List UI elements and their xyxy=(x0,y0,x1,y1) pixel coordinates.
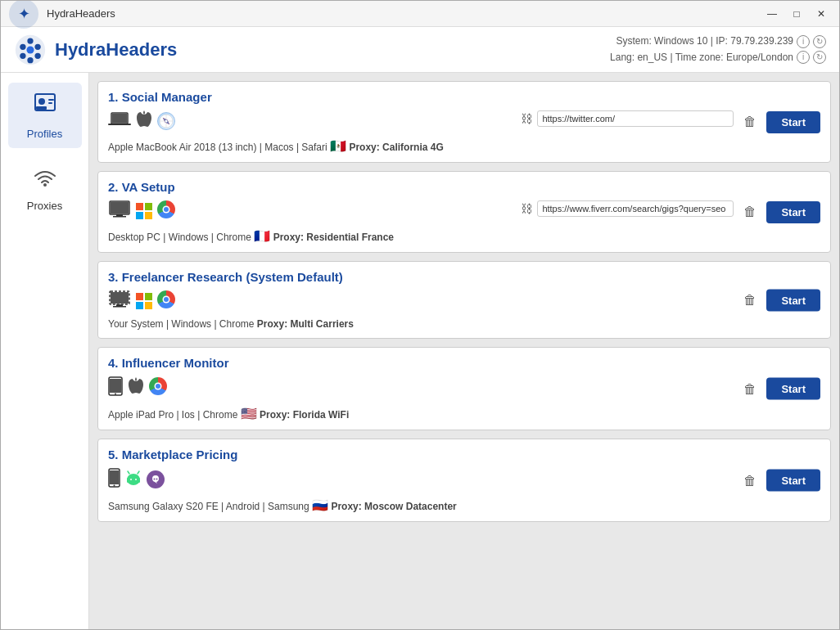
profile-title-1: 1. Social Manager xyxy=(108,90,212,104)
svg-rect-37 xyxy=(110,470,119,484)
delete-button-2[interactable]: 🗑 xyxy=(740,201,760,223)
sidebar-item-profiles[interactable]: Profiles xyxy=(8,83,82,148)
start-button-1[interactable]: Start xyxy=(766,111,820,133)
url-row-1: ⛓ xyxy=(521,110,734,127)
profile-details-1: Apple MacBook Air 2018 (13 inch) | Macos… xyxy=(108,138,444,154)
svg-point-15 xyxy=(43,183,47,187)
link-icon-1: ⛓ xyxy=(521,112,532,125)
url-input-2[interactable] xyxy=(537,200,734,217)
start-button-3[interactable]: Start xyxy=(766,289,820,311)
svg-point-5 xyxy=(34,52,40,58)
device-icon-3 xyxy=(108,290,131,312)
sidebar-item-proxies[interactable]: Proxies xyxy=(8,155,82,220)
browser-icon-5 xyxy=(147,470,165,488)
chrome-icon xyxy=(157,200,175,218)
svg-rect-34 xyxy=(110,379,121,393)
sidebar-proxies-label: Proxies xyxy=(27,200,62,212)
device-icon-1 xyxy=(108,111,131,131)
svg-rect-32 xyxy=(113,306,126,308)
info-icon-3[interactable]: i xyxy=(797,51,810,64)
svg-point-38 xyxy=(114,485,115,487)
flag-1: 🇲🇽 xyxy=(330,139,346,153)
content-area[interactable]: 1. Social Manager Apple MacBook Air 2018 xyxy=(89,73,839,630)
window-title: HydraHeaders xyxy=(47,7,115,20)
svg-rect-26 xyxy=(111,202,129,214)
proxy-label-4: Proxy: Florida WiFi xyxy=(260,409,349,421)
link-icon-2: ⛓ xyxy=(521,202,532,215)
svg-rect-17 xyxy=(108,124,131,125)
svg-rect-46 xyxy=(138,478,141,483)
app-logo-small: ✦ xyxy=(7,0,40,30)
svg-rect-31 xyxy=(116,304,123,306)
url-input-1[interactable] xyxy=(537,110,734,127)
svg-rect-30 xyxy=(111,292,129,304)
profile-card-4: 4. Influencer Monitor Apple iPad Pro | I… xyxy=(97,347,831,430)
system-line1: System: Windows 10 | IP: 79.79.239.239 xyxy=(616,34,793,49)
os-icon-3 xyxy=(136,293,152,309)
system-info: System: Windows 10 | IP: 79.79.239.239 i… xyxy=(610,34,826,65)
profile-actions-1: ⛓ 🗑 Start xyxy=(521,110,820,133)
url-row-2: ⛓ xyxy=(521,200,734,217)
device-icon-2 xyxy=(108,200,131,222)
profile-actions-2: ⛓ 🗑 Start xyxy=(521,200,820,223)
info-icon-4[interactable]: ↻ xyxy=(813,51,826,64)
os-icon-2 xyxy=(136,203,152,219)
svg-text:✦: ✦ xyxy=(18,6,30,22)
close-button[interactable]: ✕ xyxy=(810,6,833,22)
proxy-label-5: Proxy: Moscow Datacenter xyxy=(331,501,456,512)
svg-rect-45 xyxy=(127,478,129,483)
browser-icon-4 xyxy=(149,377,167,398)
info-icon-1[interactable]: i xyxy=(797,35,810,48)
svg-point-48 xyxy=(156,479,158,480)
browser-icon-3 xyxy=(157,290,175,312)
proxies-icon xyxy=(32,163,58,195)
logo-icon xyxy=(14,34,47,66)
delete-button-3[interactable]: 🗑 xyxy=(740,290,760,311)
profile-details-3: Your System | Windows | Chrome Proxy: Mu… xyxy=(108,318,354,330)
safari-icon xyxy=(157,112,175,130)
delete-button-1[interactable]: 🗑 xyxy=(740,111,760,133)
delete-button-5[interactable]: 🗑 xyxy=(740,470,760,491)
svg-line-43 xyxy=(128,471,129,474)
svg-point-9 xyxy=(26,46,34,53)
flag-4: 🇺🇸 xyxy=(241,407,257,421)
title-bar-title: ✦ HydraHeaders xyxy=(7,0,115,30)
start-button-4[interactable]: Start xyxy=(766,378,820,400)
svg-point-35 xyxy=(115,394,116,395)
chrome-icon xyxy=(149,377,167,395)
sidebar: Profiles Proxies xyxy=(1,73,89,630)
os-icon-5 xyxy=(125,469,142,490)
svg-rect-14 xyxy=(48,102,52,104)
profile-card-1: 1. Social Manager Apple MacBook Air 2018 xyxy=(97,81,831,163)
svg-rect-28 xyxy=(113,216,126,218)
svg-rect-18 xyxy=(112,114,127,123)
profile-title-3: 3. Freelancer Research (System Default) xyxy=(108,270,343,284)
flag-5: 🇷🇺 xyxy=(312,498,328,512)
browser-icon-2 xyxy=(157,200,175,222)
svg-point-3 xyxy=(27,38,33,43)
start-button-5[interactable]: Start xyxy=(766,470,820,492)
info-icon-2[interactable]: ↻ xyxy=(813,35,826,48)
svg-rect-12 xyxy=(36,106,47,110)
svg-point-24 xyxy=(165,120,168,123)
svg-point-41 xyxy=(130,479,132,480)
proxy-label-1: Proxy: California 4G xyxy=(349,142,443,153)
profile-card-2: 2. VA Setup Desktop PC | Windows | Chrom… xyxy=(97,171,831,253)
svg-point-6 xyxy=(27,57,33,63)
profile-details-2: Desktop PC | Windows | Chrome 🇫🇷 Proxy: … xyxy=(108,228,394,244)
maximize-button[interactable]: □ xyxy=(785,6,808,22)
minimize-button[interactable]: — xyxy=(761,6,784,22)
chrome-icon xyxy=(157,290,175,308)
profile-actions-3: 🗑 Start xyxy=(740,289,820,311)
samsung-icon xyxy=(147,470,165,488)
start-button-2[interactable]: Start xyxy=(766,201,820,223)
delete-button-4[interactable]: 🗑 xyxy=(740,378,760,399)
profile-card-3: 3. Freelancer Research (System Default) … xyxy=(97,261,831,339)
profile-title-2: 2. VA Setup xyxy=(108,180,175,194)
sidebar-profiles-label: Profiles xyxy=(27,128,62,140)
app-logo: HydraHeaders xyxy=(14,34,177,66)
main-layout: Profiles Proxies 1. Social Manager xyxy=(1,73,839,630)
profile-details-4: Apple iPad Pro | Ios | Chrome 🇺🇸 Proxy: … xyxy=(108,406,349,421)
device-icon-5 xyxy=(108,468,120,491)
title-bar: ✦ HydraHeaders — □ ✕ xyxy=(1,1,839,27)
